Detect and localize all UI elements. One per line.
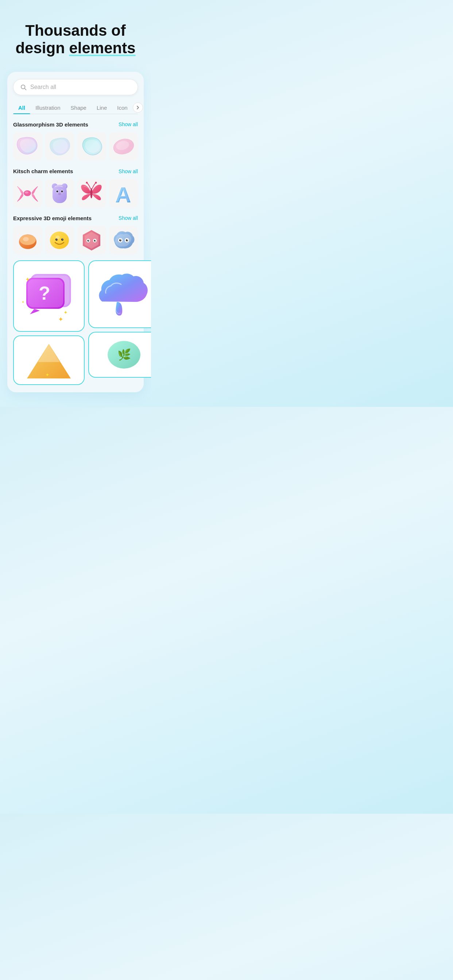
search-icon [20, 84, 27, 91]
glassmorphism-grid [13, 132, 138, 161]
tab-all[interactable]: All [13, 102, 30, 114]
svg-text:?: ? [39, 283, 50, 304]
card-cloud[interactable] [88, 260, 151, 328]
svg-point-42 [120, 240, 121, 240]
show-all-glass[interactable]: Show all [118, 121, 138, 127]
svg-point-18 [95, 182, 97, 184]
tab-icon[interactable]: Icon [112, 102, 132, 114]
svg-point-13 [56, 191, 58, 192]
section-title-kitsch: Kitsch charm elements [13, 168, 73, 174]
emoji-cloud-monster [112, 229, 135, 250]
section-title-emoji: Expressive 3D emoji elements [13, 215, 91, 221]
svg-point-27 [61, 239, 64, 240]
svg-point-24 [50, 232, 69, 249]
cloud-illustration [95, 267, 151, 321]
svg-text:🌿: 🌿 [118, 348, 131, 361]
main-card: Search all All Illustration Shape Line I… [7, 72, 144, 393]
svg-point-41 [126, 239, 128, 241]
bottom-col-left: ? ✦ ✦ ✦ ✦ [13, 260, 85, 385]
section-title-glass: Glassmorphism 3D elements [13, 121, 88, 127]
svg-point-26 [56, 239, 57, 240]
card-extra[interactable]: 🌿 [88, 332, 151, 378]
kitsch-item-bear[interactable] [45, 179, 74, 208]
hero-title: Thousands of design elements [7, 22, 144, 57]
tab-shape[interactable]: Shape [65, 102, 91, 114]
section-header-emoji: Expressive 3D emoji elements Show all [13, 215, 138, 221]
glass-shape-2 [48, 135, 72, 157]
tab-illustration[interactable]: Illustration [30, 102, 65, 114]
show-all-kitsch[interactable]: Show all [118, 169, 138, 174]
svg-text:✦: ✦ [64, 310, 68, 315]
svg-point-40 [119, 239, 121, 241]
kitsch-grid: A A [13, 179, 138, 208]
tabs-chevron[interactable] [133, 102, 143, 113]
svg-point-23 [23, 237, 29, 241]
page-wrapper: Thousands of design elements Search all … [0, 0, 151, 407]
bow-illustration [16, 182, 39, 204]
glass-shape-3 [80, 135, 103, 157]
svg-point-29 [62, 239, 63, 240]
kitsch-item-letter[interactable]: A A [109, 179, 138, 208]
butterfly-illustration [80, 181, 103, 205]
emoji-cookie [17, 229, 39, 251]
card-mountain[interactable]: ✦ [13, 336, 85, 385]
glass-shape-1 [16, 135, 39, 157]
svg-point-16 [91, 188, 93, 198]
kitsch-item-bow[interactable] [13, 179, 42, 208]
card-question-bubble[interactable]: ? ✦ ✦ ✦ ✦ [13, 260, 85, 332]
tabs-container: All Illustration Shape Line Icon [13, 102, 138, 114]
svg-marker-54 [38, 344, 60, 362]
letter-a-illustration: A A [113, 181, 134, 205]
glass-item-4[interactable] [109, 132, 138, 161]
kitsch-item-butterfly[interactable] [77, 179, 106, 208]
svg-point-14 [61, 191, 63, 192]
emoji-grid [13, 226, 138, 255]
svg-point-28 [57, 239, 57, 240]
mountain-illustration: ✦ [23, 342, 74, 379]
bottom-col-right: 🌿 [88, 260, 151, 385]
svg-text:A: A [115, 182, 130, 205]
emoji-item-2[interactable] [45, 226, 74, 255]
glass-shape-4 [112, 136, 135, 156]
svg-point-5 [25, 191, 29, 194]
glass-item-1[interactable] [13, 132, 42, 161]
search-placeholder: Search all [30, 84, 56, 91]
svg-point-36 [88, 240, 89, 240]
hero-title-highlight: elements [69, 40, 135, 57]
glass-item-3[interactable] [77, 132, 106, 161]
emoji-item-4[interactable] [109, 226, 138, 255]
svg-point-35 [94, 240, 96, 241]
svg-point-17 [86, 182, 88, 184]
svg-text:✦: ✦ [22, 300, 24, 304]
tab-line[interactable]: Line [91, 102, 112, 114]
emoji-hexagon [80, 228, 103, 252]
emoji-item-1[interactable] [13, 226, 42, 255]
section-header-glass: Glassmorphism 3D elements Show all [13, 121, 138, 127]
svg-point-37 [95, 240, 96, 240]
section-header-kitsch: Kitsch charm elements Show all [13, 168, 138, 174]
question-bubble-illustration: ? ✦ ✦ ✦ ✦ [20, 267, 78, 325]
show-all-emoji[interactable]: Show all [118, 215, 138, 221]
svg-point-34 [87, 240, 89, 241]
svg-point-15 [58, 193, 61, 195]
bottom-cards-grid: ? ✦ ✦ ✦ ✦ [13, 260, 138, 385]
extra-illustration: 🌿 [102, 338, 146, 371]
svg-text:✦: ✦ [58, 316, 64, 323]
svg-line-1 [24, 88, 26, 90]
svg-text:✦: ✦ [45, 372, 49, 378]
emoji-item-3[interactable] [77, 226, 106, 255]
svg-point-43 [127, 240, 128, 240]
bear-illustration [49, 181, 70, 205]
glass-item-2[interactable] [45, 132, 74, 161]
hero-title-line1: Thousands of [25, 22, 126, 39]
svg-text:✦: ✦ [25, 276, 30, 283]
emoji-smiley [48, 229, 70, 250]
search-bar[interactable]: Search all [13, 79, 138, 95]
